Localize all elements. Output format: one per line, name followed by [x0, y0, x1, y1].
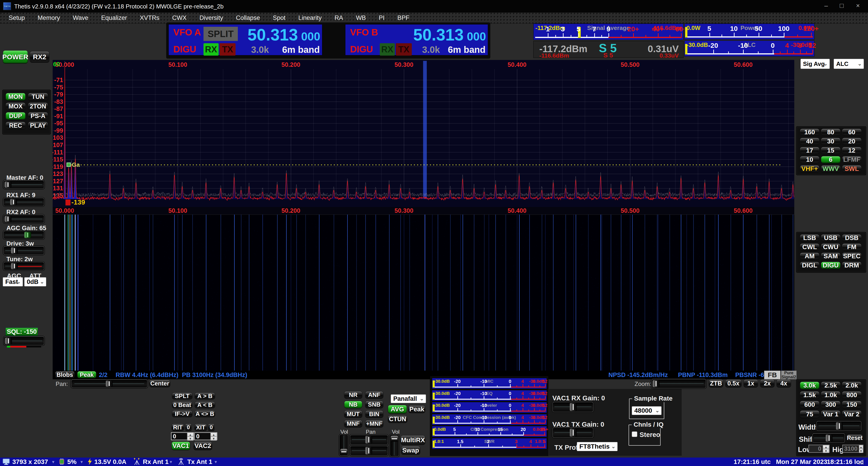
master-af-slider[interactable] — [3, 180, 44, 189]
agc-select[interactable]: Fast⌄ — [3, 277, 23, 287]
menu-bpf[interactable]: BPF — [397, 14, 409, 22]
spin-up-icon[interactable]: ▲ — [211, 433, 217, 437]
menu-collapse[interactable]: Collapse — [236, 14, 260, 22]
mode-digu-button[interactable]: DIGU — [821, 262, 840, 269]
mode-cwl-button[interactable]: CWL — [800, 243, 819, 251]
sample-rate-select[interactable]: 48000⌄ — [632, 406, 661, 415]
anf-button[interactable]: ANF — [365, 391, 383, 399]
mode-fm-button[interactable]: FM — [842, 243, 862, 251]
filter-150-button[interactable]: 150 — [842, 401, 862, 408]
center-button[interactable]: Center — [149, 380, 170, 387]
band-30-button[interactable]: 30 — [821, 138, 840, 145]
xit-zero-button[interactable]: 0 — [208, 424, 215, 431]
rit-zero-button[interactable]: 0 — [185, 424, 192, 431]
zoom-2x-button[interactable]: 2x — [760, 379, 775, 388]
slider-thumb[interactable] — [11, 247, 18, 254]
band-40-button[interactable]: 40 — [800, 138, 819, 145]
band-15-button[interactable]: 15 — [821, 147, 840, 154]
rx2-button[interactable]: RX2 — [30, 51, 50, 63]
close-button[interactable]: × — [850, 0, 865, 11]
rx2-vol-slider[interactable] — [390, 434, 399, 457]
mon-button[interactable]: MON — [5, 93, 26, 101]
slider-thumb[interactable] — [24, 232, 31, 238]
menu-ra[interactable]: RA — [334, 14, 343, 22]
vfo-b-frequency[interactable]: 50.313 000 — [398, 25, 486, 43]
slider-thumb[interactable] — [653, 380, 659, 387]
a-swap-b-button[interactable]: A <> B — [194, 410, 215, 417]
dup-button[interactable]: DUP — [5, 112, 26, 120]
tx-profile-select[interactable]: FT8Thetis⌄ — [577, 442, 618, 451]
ctun-button[interactable]: CTUN — [388, 415, 407, 423]
nb-button[interactable]: NB — [344, 401, 362, 408]
agc-gain-slider[interactable] — [3, 231, 44, 239]
slider-thumb[interactable] — [570, 403, 577, 411]
chevron-down-icon[interactable]: ▾ — [81, 459, 83, 464]
mode-lsb-button[interactable]: LSB — [800, 234, 819, 241]
shift-slider[interactable] — [812, 433, 845, 443]
filter-high-spinner[interactable]: 3100▲▼ — [842, 445, 863, 453]
minimize-button[interactable]: – — [819, 0, 833, 11]
spin-down-icon[interactable]: ▼ — [823, 449, 829, 453]
mode-dsb-button[interactable]: DSB — [842, 234, 862, 241]
spin-down-icon[interactable]: ▼ — [211, 437, 217, 441]
menu-cwx[interactable]: CWX — [172, 14, 187, 22]
zoom-05x-button[interactable]: 0.5x — [725, 379, 742, 388]
slider-thumb[interactable] — [365, 436, 372, 443]
band-60-button[interactable]: 60 — [842, 129, 862, 136]
filter-800-button[interactable]: 800 — [842, 391, 862, 399]
rit-button[interactable]: RIT — [172, 424, 184, 431]
slider-thumb[interactable] — [836, 422, 843, 430]
sql-slider[interactable] — [4, 336, 44, 345]
mode-digl-button[interactable]: DIGL — [800, 262, 819, 269]
b-to-a-button[interactable]: A < B — [194, 401, 215, 408]
xit-spinner[interactable]: 0▲▼ — [194, 432, 217, 440]
rec-button[interactable]: REC — [5, 122, 26, 130]
mnf-button[interactable]: MNF — [344, 420, 362, 428]
menu-pi[interactable]: PI — [379, 14, 384, 22]
band-vhf-button[interactable]: VHF+ — [800, 165, 819, 172]
mode-sam-button[interactable]: SAM — [821, 253, 840, 260]
rx2-pan-slider[interactable] — [350, 446, 388, 456]
waterfall-display[interactable] — [53, 207, 794, 371]
tun-button[interactable]: TUN — [28, 93, 48, 101]
zoom-4x-button[interactable]: 4x — [776, 379, 791, 388]
menu-equalizer[interactable]: Equalizer — [101, 14, 127, 22]
filter-var2-button[interactable]: Var 2 — [842, 410, 862, 418]
a-to-b-button[interactable]: A > B — [194, 393, 215, 399]
chevron-down-icon[interactable]: ▾ — [215, 459, 217, 464]
zero-beat-button[interactable]: 0 Beat — [172, 401, 192, 408]
mode-spec-button[interactable]: SPEC — [842, 253, 862, 260]
filter-300-button[interactable]: 300 — [821, 401, 840, 408]
tune-slider[interactable] — [3, 262, 44, 270]
filter-var1-button[interactable]: Var 1 — [821, 410, 840, 418]
ztb-button[interactable]: ZTB — [709, 379, 723, 388]
filter-low-spinner[interactable]: 0▲▼ — [808, 445, 830, 453]
multirx-button[interactable]: MultiRX — [401, 435, 425, 445]
slider-thumb[interactable] — [365, 447, 372, 455]
rx-meter-mode-select[interactable]: Sig Avg⌄ — [801, 59, 830, 69]
stereo-checkbox[interactable] — [632, 431, 637, 437]
filter-15k-button[interactable]: 1.5k — [800, 391, 819, 399]
slider-thumb[interactable] — [10, 199, 17, 205]
band-6-button[interactable]: 6 — [821, 156, 840, 163]
slider-thumb[interactable] — [11, 263, 18, 269]
tx-meter-mode-select[interactable]: ALC⌄ — [834, 59, 864, 69]
band-20-button[interactable]: 20 — [842, 138, 862, 145]
spin-up-icon[interactable]: ▲ — [187, 433, 193, 437]
resize-grip[interactable] — [863, 460, 863, 461]
zoom-slider[interactable] — [651, 379, 706, 389]
filter-1k-button[interactable]: 1.0k — [821, 391, 840, 399]
menu-xvtrs[interactable]: XVTRs — [140, 14, 159, 22]
zoom-1x-button[interactable]: 1x — [743, 379, 758, 388]
snb-button[interactable]: SNB — [365, 401, 383, 408]
menu-wave[interactable]: Wave — [73, 14, 88, 22]
mode-drm-button[interactable]: DRM — [842, 262, 862, 269]
shift-reset-button[interactable]: Reset — [846, 434, 863, 441]
spectrum-display[interactable] — [53, 60, 794, 207]
slider-thumb[interactable] — [340, 449, 347, 455]
menu-linearity[interactable]: Linearity — [298, 14, 321, 22]
band-swl-button[interactable]: SWL — [842, 165, 862, 172]
vfo-a-frequency[interactable]: 50.313 000 — [230, 25, 320, 43]
maximize-button[interactable]: □ — [835, 0, 848, 11]
rx1-pan-slider[interactable] — [350, 435, 388, 445]
